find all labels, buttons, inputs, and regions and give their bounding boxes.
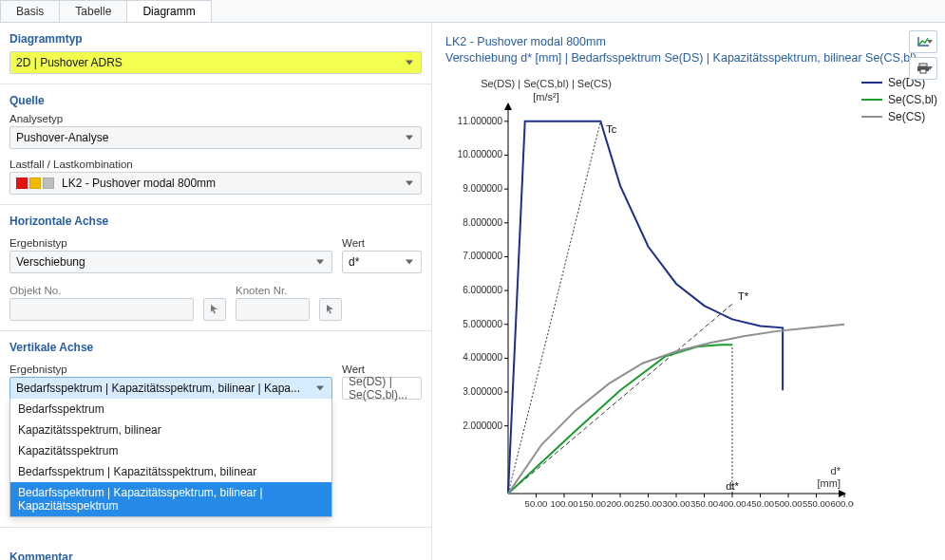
legend-item: Se(CS) — [861, 110, 937, 123]
print-icon — [917, 63, 930, 74]
swatch-amber — [29, 177, 41, 189]
diagrammtyp-select[interactable]: 2D | Pushover ADRS — [9, 51, 422, 74]
svg-text:5.000000: 5.000000 — [463, 318, 502, 328]
svg-text:[m/s²]: [m/s²] — [533, 91, 559, 103]
vaxis-ergebnistyp-value: Bedarfsspektrum | Kapazitätsspektrum, bi… — [16, 382, 300, 395]
svg-text:400.00: 400.00 — [718, 498, 746, 509]
haxis-ergebnistyp-select[interactable]: Verschiebung — [9, 251, 332, 273]
objekt-input[interactable] — [9, 298, 194, 321]
svg-text:Tc: Tc — [606, 123, 617, 135]
chart-tools — [909, 30, 937, 80]
right-panel: LK2 - Pushover modal 800mm Verschiebung … — [432, 23, 945, 560]
chart-area: Se(DS) | Se(CS,bl) | Se(CS)[m/s²]2.00000… — [445, 76, 854, 534]
chart-print-button[interactable] — [909, 57, 937, 80]
chart-title-line1: LK2 - Pushover modal 800mm — [445, 35, 606, 48]
svg-text:d*: d* — [831, 465, 841, 476]
tab-diagramm[interactable]: Diagramm — [126, 0, 211, 22]
svg-text:4.000000: 4.000000 — [463, 352, 502, 363]
lastfall-label: Lastfall / Lastkombination — [9, 159, 422, 170]
vaxis-ergebnistyp-label: Ergebnistyp — [9, 364, 332, 375]
haxis-wert-value: d* — [349, 255, 359, 269]
svg-text:200.00: 200.00 — [606, 498, 633, 509]
svg-text:9.000000: 9.000000 — [463, 183, 502, 194]
svg-text:dt*: dt* — [726, 480, 739, 492]
diagrammtyp-title: Diagrammtyp — [9, 32, 422, 46]
svg-text:550.00: 550.00 — [803, 498, 830, 509]
vaxis-ergebnistyp-select[interactable]: Bedarfsspektrum | Kapazitätsspektrum, bi… — [9, 377, 332, 400]
haxis-wert-select[interactable]: d* — [342, 251, 422, 273]
svg-rect-2 — [919, 64, 927, 66]
section-diagrammtyp: Diagrammtyp 2D | Pushover ADRS — [0, 23, 431, 84]
swatch-gray — [43, 177, 54, 189]
dropdown-option[interactable]: Bedarfsspektrum — [10, 399, 331, 420]
chart-title-line2: Verschiebung d* [mm] | Bedarfsspektrum S… — [445, 51, 917, 65]
cursor-icon — [325, 304, 336, 315]
legend-label: Se(CS,bl) — [888, 93, 937, 106]
analysetyp-label: Analysetyp — [9, 113, 422, 124]
svg-text:8.000000: 8.000000 — [463, 217, 502, 228]
chart-title: LK2 - Pushover modal 800mm Verschiebung … — [445, 34, 937, 66]
section-kommentar: Kommentar — [0, 541, 431, 560]
diagrammtyp-value: 2D | Pushover ADRS — [16, 56, 123, 69]
legend-swatch — [861, 82, 882, 84]
svg-text:[mm]: [mm] — [818, 477, 841, 489]
vaxis-wert-display[interactable]: Se(DS) | Se(CS,bl)... — [342, 377, 422, 400]
dropdown-option[interactable]: Kapazitätsspektrum — [10, 440, 331, 461]
kommentar-title: Kommentar — [9, 551, 422, 560]
objekt-pick-button[interactable] — [203, 298, 226, 321]
objekt-label: Objekt No. — [9, 285, 226, 296]
quelle-title: Quelle — [9, 94, 422, 107]
svg-text:450.00: 450.00 — [747, 498, 774, 509]
svg-text:3.000000: 3.000000 — [463, 386, 502, 397]
swatch-red — [16, 177, 28, 189]
svg-text:50.00: 50.00 — [525, 498, 548, 509]
legend-swatch — [861, 116, 882, 118]
lastfall-select[interactable]: LK2 - Pushover modal 800mm — [9, 172, 422, 195]
legend-swatch — [861, 99, 882, 101]
section-h-achse: Horizontale Achse Ergebnistyp Verschiebu… — [0, 205, 431, 331]
cursor-icon — [209, 304, 220, 315]
chart-legend: Se(DS) Se(CS,bl) Se(CS) — [861, 76, 937, 534]
chart-config-button[interactable] — [909, 30, 937, 53]
svg-text:500.00: 500.00 — [774, 498, 802, 509]
haxis-title: Horizontale Achse — [9, 215, 422, 228]
lastfall-swatches — [16, 177, 56, 189]
svg-text:T*: T* — [738, 290, 749, 302]
tab-basis[interactable]: Basis — [0, 0, 60, 22]
dropdown-option-selected[interactable]: Bedarfsspektrum | Kapazitätsspektrum, bi… — [10, 482, 331, 516]
tabs: Basis Tabelle Diagramm — [0, 0, 945, 23]
svg-text:10.000000: 10.000000 — [458, 149, 503, 159]
vaxis-wert-label: Wert — [342, 364, 422, 375]
svg-text:250.00: 250.00 — [634, 498, 662, 509]
axes-icon — [917, 36, 930, 47]
analysetyp-select[interactable]: Pushover-Analyse — [9, 126, 422, 149]
svg-text:600.00: 600.00 — [830, 498, 854, 509]
knoten-label: Knoten Nr. — [236, 285, 342, 296]
knoten-input[interactable] — [236, 298, 310, 321]
haxis-ergebnistyp-label: Ergebnistyp — [9, 237, 332, 249]
lastfall-value: LK2 - Pushover modal 800mm — [62, 177, 216, 190]
vaxis-title: Vertikale Achse — [9, 341, 422, 354]
svg-text:2.000000: 2.000000 — [463, 420, 502, 430]
svg-text:300.00: 300.00 — [662, 498, 690, 509]
svg-text:100.00: 100.00 — [550, 498, 577, 509]
vaxis-wert-value: Se(DS) | Se(CS,bl)... — [349, 375, 415, 401]
dropdown-option[interactable]: Bedarfsspektrum | Kapazitätsspektrum, bi… — [10, 461, 331, 482]
svg-text:11.000000: 11.000000 — [458, 116, 503, 126]
tab-tabelle[interactable]: Tabelle — [59, 0, 127, 22]
svg-text:7.000000: 7.000000 — [463, 251, 502, 261]
svg-text:Se(DS) | Se(CS,bl) | Se(CS): Se(DS) | Se(CS,bl) | Se(CS) — [481, 78, 612, 89]
section-quelle: Quelle Analysetyp Pushover-Analyse Lastf… — [0, 84, 431, 205]
svg-text:350.00: 350.00 — [690, 498, 718, 509]
svg-text:150.00: 150.00 — [578, 498, 606, 509]
svg-rect-4 — [920, 69, 926, 73]
chart-svg: Se(DS) | Se(CS,bl) | Se(CS)[m/s²]2.00000… — [445, 76, 854, 532]
knoten-pick-button[interactable] — [319, 298, 342, 321]
legend-item: Se(CS,bl) — [861, 93, 937, 106]
section-v-achse: Vertikale Achse Ergebnistyp Bedarfsspekt… — [0, 331, 431, 528]
dropdown-option[interactable]: Kapazitätsspektrum, bilinear — [10, 420, 331, 440]
legend-label: Se(CS) — [888, 110, 925, 123]
vaxis-ergebnistyp-dropdown: Bedarfsspektrum Kapazitätsspektrum, bili… — [9, 399, 332, 517]
analysetyp-value: Pushover-Analyse — [16, 131, 108, 144]
left-panel: Diagrammtyp 2D | Pushover ADRS Quelle An… — [0, 23, 432, 560]
